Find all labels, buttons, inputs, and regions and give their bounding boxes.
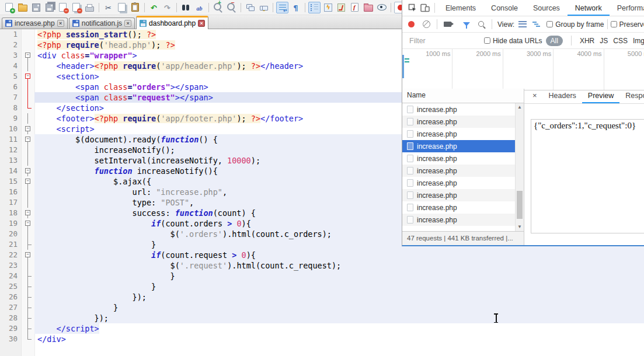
fold-toggle-icon[interactable] (21, 134, 34, 145)
folder-workspace-icon[interactable] (362, 2, 374, 13)
waterfall-icon[interactable] (532, 21, 541, 27)
device-toolbar-icon[interactable] (419, 2, 431, 15)
zoom-in-icon[interactable] (212, 2, 224, 13)
filter-input[interactable] (408, 36, 484, 46)
filter-pill-xhr[interactable]: XHR (580, 37, 594, 45)
request-row[interactable]: increase.php (402, 201, 515, 214)
fold-toggle-icon[interactable] (21, 124, 34, 134)
details-tab-preview[interactable]: Preview (582, 89, 619, 103)
request-row[interactable]: increase.php (402, 165, 515, 177)
save-icon[interactable] (30, 2, 42, 13)
new-file-icon[interactable] (3, 2, 15, 13)
code-line-25[interactable]: 25 } (0, 281, 644, 292)
close-all-icon[interactable] (70, 2, 82, 13)
code-line-22[interactable]: 22 if(count.request > 0){ (0, 250, 644, 260)
request-row[interactable]: increase.php (402, 214, 515, 226)
preserve-log-checkbox[interactable] (611, 21, 617, 27)
paste-icon[interactable] (129, 2, 141, 13)
tab-dashboard.php[interactable]: dashboard.php (136, 16, 208, 29)
sync-vertical-icon[interactable] (244, 2, 256, 13)
request-row[interactable]: increase.php (402, 152, 515, 165)
toolbar-separator (99, 3, 99, 12)
code-line-30[interactable]: 30</div> (0, 334, 644, 344)
devtools-tab-sources[interactable]: Sources (525, 1, 568, 16)
request-row[interactable]: increase.php (402, 177, 515, 189)
tab-notification.js[interactable]: notification.js (69, 18, 135, 29)
file-icon (407, 155, 413, 162)
open-file-icon[interactable] (16, 2, 29, 13)
filter-pill-all[interactable]: All (546, 36, 563, 46)
close-details-button[interactable]: × (529, 89, 541, 103)
devtools-tab-network[interactable]: Network (568, 1, 610, 16)
fold-toggle-icon[interactable] (21, 218, 34, 229)
show-all-chars-icon[interactable] (290, 2, 302, 13)
replace-icon[interactable] (193, 2, 206, 13)
save-all-icon[interactable] (43, 2, 55, 13)
cut-icon[interactable] (102, 2, 114, 13)
fold-toggle-icon[interactable] (21, 250, 34, 260)
filter-pill-js[interactable]: JS (600, 37, 608, 45)
record-icon[interactable] (408, 21, 415, 27)
scroll-down-button[interactable]: ▼ (516, 223, 524, 231)
filter-funnel-icon[interactable] (463, 22, 470, 26)
monitoring-icon[interactable] (375, 2, 388, 13)
scrollbar[interactable]: ▲ ▼ (515, 103, 524, 231)
fold-toggle-icon[interactable] (21, 166, 34, 176)
request-rows-icon[interactable] (518, 21, 527, 27)
fold-guide (21, 239, 34, 250)
timeline-column: 3000 ms (503, 49, 554, 90)
screenshot-icon[interactable] (444, 22, 451, 27)
devtools-tab-console[interactable]: Console (483, 1, 525, 16)
request-row[interactable]: increase.php (402, 116, 515, 128)
name-column-header[interactable]: Name (402, 89, 524, 103)
request-row[interactable]: increase.php (402, 140, 515, 152)
code-line-26[interactable]: 26 }); (0, 292, 644, 302)
scroll-up-button[interactable]: ▲ (516, 103, 524, 111)
fold-toggle-icon[interactable] (21, 176, 34, 187)
indent-guide-icon[interactable] (308, 2, 321, 13)
document-map-icon[interactable] (335, 2, 347, 13)
close-tab-icon[interactable] (57, 20, 64, 27)
find-icon[interactable] (180, 2, 192, 13)
hide-data-urls-checkbox[interactable] (484, 37, 490, 44)
type-filter-pills: AllXHRJSCSSImg (546, 36, 644, 46)
print-icon[interactable] (83, 2, 96, 13)
inspect-icon[interactable] (406, 2, 419, 15)
request-row[interactable]: increase.php (402, 103, 515, 116)
request-row[interactable]: increase.php (402, 128, 515, 140)
filter-pill-css[interactable]: CSS (613, 37, 628, 45)
details-tab-headers[interactable]: Headers (543, 89, 582, 103)
scrollbar-thumb[interactable] (517, 191, 523, 219)
fold-toggle-icon[interactable] (21, 50, 34, 61)
devtools-tab-performance[interactable]: Performance (610, 1, 644, 16)
request-name: increase.php (417, 216, 457, 224)
search-icon[interactable] (478, 21, 484, 27)
sync-horizontal-icon[interactable] (257, 2, 270, 13)
group-by-frame-checkbox[interactable] (546, 21, 553, 27)
details-tab-response[interactable]: Response (619, 89, 644, 103)
copy-icon[interactable] (116, 2, 128, 13)
code-line-29[interactable]: 29 </script> (0, 323, 644, 334)
clear-icon[interactable] (423, 20, 430, 28)
close-icon[interactable] (57, 2, 69, 13)
code-line-27[interactable]: 27 } (0, 302, 644, 313)
doc-switcher-icon[interactable] (322, 2, 334, 13)
fold-toggle-icon[interactable] (21, 71, 34, 82)
close-tab-icon[interactable] (124, 20, 131, 27)
code-line-28[interactable]: 28 }); (0, 313, 644, 323)
devtools-tab-elements[interactable]: Elements (438, 1, 483, 16)
function-list-icon[interactable] (349, 2, 361, 13)
undo-icon[interactable] (148, 2, 160, 13)
code-line-24[interactable]: 24 } (0, 271, 644, 281)
code-line-23[interactable]: 23 $('.request').html(count.c_request); (0, 260, 644, 271)
close-tab-icon[interactable] (198, 20, 205, 27)
word-wrap-icon[interactable] (276, 2, 288, 13)
zoom-out-icon[interactable] (225, 2, 238, 13)
tab-increase.php[interactable]: increase.php (2, 18, 68, 29)
line-number: 13 (0, 155, 21, 166)
fold-toggle-icon[interactable] (21, 208, 34, 218)
redo-icon[interactable] (161, 2, 173, 13)
timeline-overview[interactable]: 1000 ms2000 ms3000 ms4000 ms5000 ms (402, 49, 644, 90)
request-row[interactable]: increase.php (402, 189, 515, 201)
filter-pill-img[interactable]: Img (633, 37, 644, 45)
